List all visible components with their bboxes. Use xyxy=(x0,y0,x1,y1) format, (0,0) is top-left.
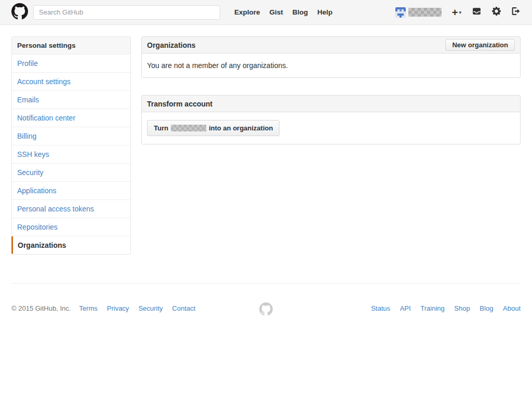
footer-link-blog[interactable]: Blog xyxy=(480,304,493,312)
plus-icon: + xyxy=(452,8,458,17)
sidebar-item-repositories[interactable]: Repositories xyxy=(12,218,130,236)
turn-into-organization-button[interactable]: Turn into an organization xyxy=(147,120,280,136)
create-new-dropdown[interactable]: + ▾ xyxy=(452,8,461,17)
sign-out-icon xyxy=(511,7,521,18)
inbox-icon xyxy=(472,7,482,18)
organizations-panel: Organizations New organization You are n… xyxy=(141,36,521,78)
footer-link-api[interactable]: API xyxy=(400,304,411,312)
sidebar-heading: Personal settings xyxy=(12,37,130,55)
footer-link-shop[interactable]: Shop xyxy=(454,304,470,312)
sidebar-item-profile[interactable]: Profile xyxy=(12,55,130,73)
organizations-empty-message: You are not a member of any organization… xyxy=(147,61,288,70)
sidebar-item-notification-center[interactable]: Notification center xyxy=(12,109,130,127)
gear-icon xyxy=(492,7,501,18)
search-input[interactable] xyxy=(33,5,220,20)
sidebar-item-emails[interactable]: Emails xyxy=(12,91,130,109)
new-organization-button[interactable]: New organization xyxy=(445,39,515,51)
footer-link-about[interactable]: About xyxy=(503,304,521,312)
github-logo[interactable] xyxy=(11,3,28,22)
settings-sidebar: Personal settings Profile Account settin… xyxy=(11,36,131,255)
transform-account-panel: Transform account Turn into an organizat… xyxy=(141,95,521,144)
organizations-panel-title: Organizations xyxy=(147,41,195,49)
turn-button-suffix: into an organization xyxy=(209,124,273,132)
nav-explore[interactable]: Explore xyxy=(230,8,265,16)
sidebar-item-ssh-keys[interactable]: SSH keys xyxy=(12,145,130,164)
settings-button[interactable] xyxy=(492,7,501,18)
nav-gist[interactable]: Gist xyxy=(265,8,288,16)
footer-link-privacy[interactable]: Privacy xyxy=(107,304,129,312)
github-octocat-icon xyxy=(11,3,28,22)
sidebar-item-applications[interactable]: Applications xyxy=(12,182,130,200)
footer-link-terms[interactable]: Terms xyxy=(79,304,97,312)
sidebar-item-billing[interactable]: Billing xyxy=(12,127,130,145)
main-content: Organizations New organization You are n… xyxy=(141,36,521,255)
transform-panel-title: Transform account xyxy=(147,100,212,108)
nav-blog[interactable]: Blog xyxy=(288,8,313,16)
turn-button-prefix: Turn xyxy=(154,124,168,132)
footer-link-status[interactable]: Status xyxy=(371,304,390,312)
notifications-button[interactable] xyxy=(472,7,482,18)
sidebar-item-personal-access-tokens[interactable]: Personal access tokens xyxy=(12,200,130,218)
caret-down-icon: ▾ xyxy=(459,10,461,15)
sidebar-item-organizations[interactable]: Organizations xyxy=(11,236,130,254)
sign-out-button[interactable] xyxy=(511,7,521,18)
footer-link-security[interactable]: Security xyxy=(138,304,163,312)
nav-help[interactable]: Help xyxy=(313,8,337,16)
site-footer: © 2015 GitHub, Inc. Terms Privacy Securi… xyxy=(11,283,521,312)
top-nav: Explore Gist Blog Help xyxy=(230,8,337,16)
sidebar-item-account-settings[interactable]: Account settings xyxy=(12,73,130,91)
username-redacted xyxy=(408,8,442,17)
footer-link-contact[interactable]: Contact xyxy=(172,304,195,312)
current-user-menu[interactable] xyxy=(395,7,442,18)
copyright: © 2015 GitHub, Inc. xyxy=(11,304,71,312)
avatar xyxy=(395,7,406,18)
site-header: Explore Gist Blog Help xyxy=(0,0,532,25)
footer-link-training[interactable]: Training xyxy=(420,304,444,312)
footer-octocat-icon[interactable] xyxy=(259,302,273,317)
sidebar-item-security[interactable]: Security xyxy=(12,164,130,182)
username-redacted xyxy=(171,125,206,131)
